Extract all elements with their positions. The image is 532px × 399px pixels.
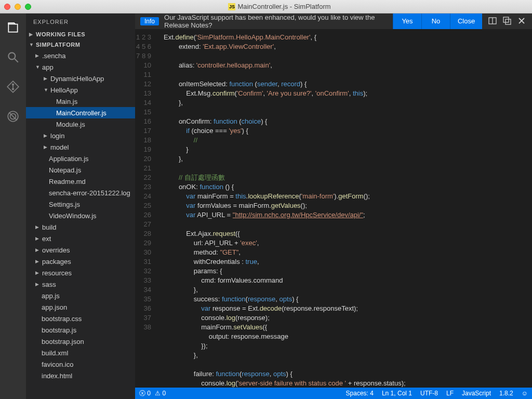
- split-editor-icon[interactable]: [488, 17, 497, 26]
- tree-folder-sass[interactable]: ▶sass: [26, 278, 135, 290]
- close-notification-button[interactable]: Close: [450, 14, 482, 29]
- tree-folder-resources[interactable]: ▶resources: [26, 267, 135, 278]
- svg-rect-11: [506, 19, 511, 24]
- tree-folder-build[interactable]: ▶build: [26, 221, 135, 233]
- tree-file-bootstrap-js[interactable]: bootstrap.js: [26, 324, 135, 336]
- window-title: JS MainController.js - SimPlatform: [31, 3, 528, 10]
- tree-folder-app[interactable]: ▼app: [26, 61, 135, 73]
- tree-file-build-xml[interactable]: build.xml: [26, 347, 135, 358]
- tree-folder-ext[interactable]: ▶ext: [26, 233, 135, 244]
- sidebar-explorer: EXPLORER ▶WORKING FILES ▼SIMPLATFORM ▶.s…: [26, 14, 135, 399]
- window-controls: [4, 4, 31, 10]
- code-editor[interactable]: 1 2 3 4 5 6 7 8 9 10 11 12 13 14 15 16 1…: [135, 29, 532, 399]
- minimize-window-icon[interactable]: [15, 4, 21, 10]
- tree-file-app-js[interactable]: app.js: [26, 290, 135, 301]
- explorer-activity-icon[interactable]: [6, 21, 20, 36]
- debug-activity-icon[interactable]: [6, 110, 20, 125]
- status-bar: ⓧ 0 ⚠ 0 Spaces: 4 Ln 1, Col 1 UTF-8 LF J…: [135, 388, 532, 399]
- tree-folder-sencha[interactable]: ▶.sencha: [26, 50, 135, 61]
- tree-file-sencha-error-log[interactable]: sencha-error-20151222.log: [26, 187, 135, 198]
- encoding-status[interactable]: UTF-8: [420, 390, 438, 397]
- tree-file-main-js[interactable]: Main.js: [26, 96, 135, 107]
- tree-file-maincontroller-js[interactable]: MainController.js: [26, 107, 135, 118]
- editor-area: Info Our JavaScript support has been enh…: [135, 14, 532, 399]
- tree-file-readme-md[interactable]: Readme.md: [26, 176, 135, 187]
- tree-file-favicon-ico[interactable]: favicon.ico: [26, 358, 135, 370]
- tree-file-bootstrap-json[interactable]: bootstrap.json: [26, 336, 135, 347]
- tree-file-module-js[interactable]: Module.js: [26, 118, 135, 130]
- git-activity-icon[interactable]: [6, 80, 20, 95]
- feedback-icon[interactable]: ☺: [522, 390, 528, 397]
- js-file-icon: JS: [228, 3, 235, 10]
- tree-file-settings-js[interactable]: Settings.js: [26, 198, 135, 210]
- tree-folder-dynamichelloapp[interactable]: ▶DynamicHelloApp: [26, 73, 135, 84]
- info-tag: Info: [140, 17, 159, 25]
- version-status: 1.8.2: [499, 390, 513, 397]
- notification-bar: Info Our JavaScript support has been enh…: [135, 14, 532, 29]
- search-activity-icon[interactable]: [6, 50, 20, 65]
- cursor-position-status[interactable]: Ln 1, Col 1: [382, 390, 412, 397]
- project-header[interactable]: ▼SIMPLATFORM: [26, 39, 135, 50]
- activity-bar: [0, 14, 26, 399]
- no-button[interactable]: No: [421, 14, 450, 29]
- maximize-window-icon[interactable]: [25, 4, 31, 10]
- tree-folder-packages[interactable]: ▶packages: [26, 256, 135, 267]
- eol-status[interactable]: LF: [446, 390, 454, 397]
- close-editor-icon[interactable]: [517, 17, 526, 26]
- tree-file-index-html[interactable]: index.html: [26, 370, 135, 381]
- close-window-icon[interactable]: [4, 4, 10, 10]
- tree-file-application-js[interactable]: Application.js: [26, 153, 135, 164]
- svg-line-1: [15, 59, 18, 62]
- window-title-text: MainController.js - SimPlatform: [237, 3, 330, 10]
- svg-point-3: [12, 88, 14, 90]
- code-content[interactable]: Ext.define('SimPlatform.HelloApp.MainCon…: [158, 29, 532, 399]
- working-files-header[interactable]: ▶WORKING FILES: [26, 29, 135, 39]
- tree-file-app-json[interactable]: app.json: [26, 301, 135, 313]
- open-change-icon[interactable]: [503, 17, 511, 26]
- line-number-gutter: 1 2 3 4 5 6 7 8 9 10 11 12 13 14 15 16 1…: [135, 29, 158, 399]
- file-tree: ▶.sencha ▼app ▶DynamicHelloApp ▼HelloApp…: [26, 50, 135, 381]
- svg-point-0: [8, 52, 15, 59]
- notification-message: Our JavaScript support has been enhanced…: [164, 14, 393, 29]
- language-status[interactable]: JavaScript: [462, 390, 491, 397]
- tree-folder-model[interactable]: ▶model: [26, 141, 135, 153]
- tree-file-notepad-js[interactable]: Notepad.js: [26, 164, 135, 176]
- errors-status[interactable]: ⓧ 0: [139, 389, 151, 398]
- yes-button[interactable]: Yes: [393, 14, 421, 29]
- svg-rect-10: [503, 17, 509, 22]
- warnings-status[interactable]: ⚠ 0: [155, 390, 166, 397]
- svg-point-2: [12, 84, 14, 86]
- tree-folder-overrides[interactable]: ▶overrides: [26, 244, 135, 256]
- sidebar-title: EXPLORER: [26, 14, 135, 29]
- tree-folder-helloapp[interactable]: ▼HelloApp: [26, 84, 135, 96]
- indent-status[interactable]: Spaces: 4: [346, 390, 374, 397]
- titlebar: JS MainController.js - SimPlatform: [0, 0, 532, 14]
- tree-file-videowindow-js[interactable]: VideoWindow.js: [26, 210, 135, 221]
- tree-folder-login[interactable]: ▶login: [26, 130, 135, 141]
- tree-file-bootstrap-css[interactable]: bootstrap.css: [26, 313, 135, 324]
